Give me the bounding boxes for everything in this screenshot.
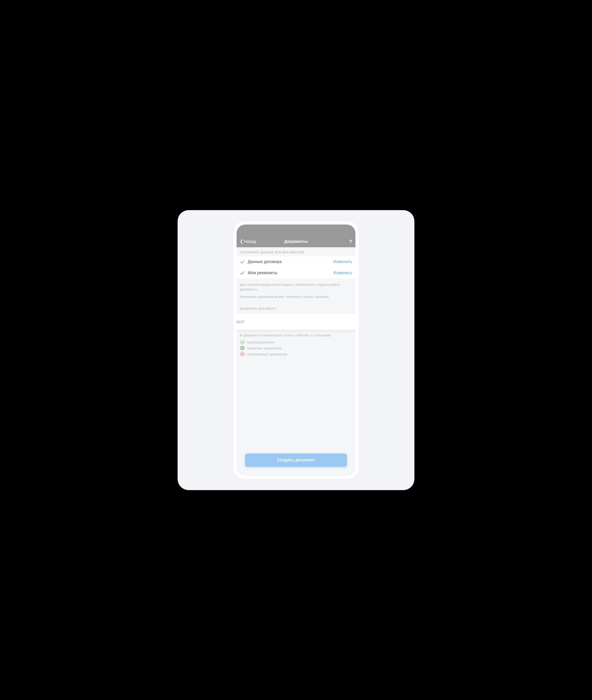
back-button[interactable]: Назад xyxy=(240,239,256,244)
status-text: подтвержденные xyxy=(247,340,275,344)
status-text: принятые заказчиком xyxy=(247,346,282,350)
content: ЗАПОЛНИТЕ ДАННЫЕ ДЛЯ ДОКУМЕНТОВ Данные д… xyxy=(237,247,355,453)
items-list: Данные договора Изменить Мои реквизиты И… xyxy=(237,256,355,279)
select-placeholder: Документ xyxy=(237,319,244,325)
check-icon xyxy=(240,270,245,276)
status-text: отклоненные заказчиком xyxy=(247,352,287,356)
section-header-fill: ЗАПОЛНИТЕ ДАННЫЕ ДЛЯ ДОКУМЕНТОВ xyxy=(237,247,355,256)
info-text: Для полной юридической защиты обязательн… xyxy=(240,282,352,292)
device-frame: Назад Документы ? ЗАПОЛНИТЕ ДАННЫЕ ДЛЯ Д… xyxy=(233,221,359,479)
info-text: Реквизиты заказчика может заполнить толь… xyxy=(240,294,352,299)
create-document-button[interactable]: Создать документ xyxy=(245,453,347,467)
item-label: Мои реквизиты xyxy=(248,270,331,276)
item-label: Данные договора xyxy=(248,259,331,264)
help-button[interactable]: ? xyxy=(349,239,352,245)
check-filled-icon xyxy=(240,346,245,351)
screen: Назад Документы ? ЗАПОЛНИТЕ ДАННЫЕ ДЛЯ Д… xyxy=(237,224,355,476)
document-select[interactable]: Документ xyxy=(237,314,355,330)
svg-point-0 xyxy=(240,340,244,344)
item-contract-data[interactable]: Данные договора Изменить xyxy=(237,256,355,267)
section-header-select: ВЫБЕРИТЕ ДОКУМЕНТ xyxy=(237,304,355,313)
chevron-left-icon xyxy=(240,239,243,244)
status-row-confirmed: подтвержденные xyxy=(237,339,355,345)
status-row-rejected: отклоненные заказчиком xyxy=(237,351,355,357)
info-block: Для полной юридической защиты обязательн… xyxy=(237,279,355,304)
cross-circle-icon xyxy=(240,351,245,357)
edit-link[interactable]: Изменить xyxy=(333,259,352,264)
back-label: Назад xyxy=(244,239,256,244)
navigation-bar: Назад Документы ? xyxy=(237,236,355,247)
status-row-accepted: принятые заказчиком xyxy=(237,345,355,351)
select-wrap: Документ xyxy=(237,314,355,330)
item-my-requisites[interactable]: Мои реквизиты Изменить xyxy=(237,267,355,279)
edit-link[interactable]: Изменить xyxy=(333,270,352,276)
check-outline-icon xyxy=(240,340,245,345)
check-icon xyxy=(240,259,245,264)
svg-point-1 xyxy=(240,346,244,350)
status-bar xyxy=(237,224,355,236)
backdrop: Назад Документы ? ЗАПОЛНИТЕ ДАННЫЕ ДЛЯ Д… xyxy=(178,210,414,490)
status-intro: В документе учитываются только события с… xyxy=(237,333,355,337)
